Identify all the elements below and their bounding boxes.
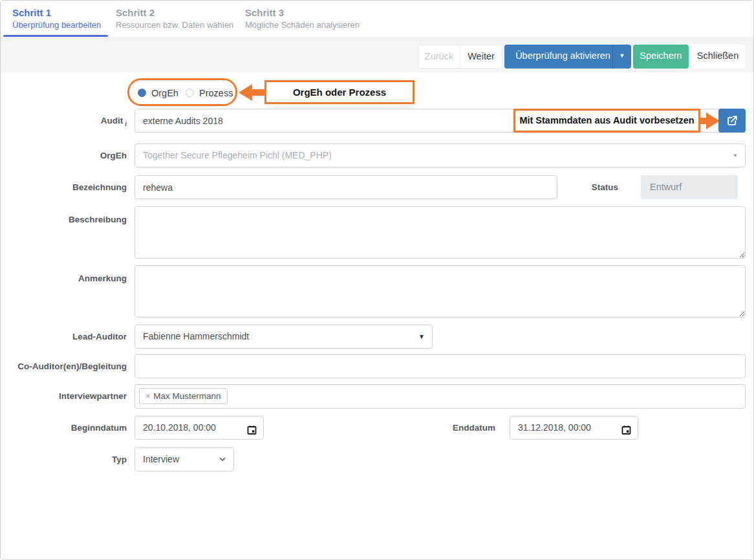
tab-schritt-3[interactable]: Schritt 3 Mögliche Schäden analysieren: [245, 7, 360, 32]
caret-down-icon: ▼: [619, 52, 625, 59]
beginndatum-value: 20.10.2018, 00:00: [143, 422, 216, 433]
step-tabbar: Schritt 1 Überprüfung bearbeiten Schritt…: [1, 1, 753, 38]
tab-step-subtitle: Überprüfung bearbeiten: [12, 19, 101, 32]
interviewpartner-tag-input[interactable]: ×Max Mustermann: [135, 384, 746, 409]
lead-auditor-select-value: Fabienne Hammerschmidt: [143, 331, 249, 341]
tab-step-subtitle: Ressourcen bzw. Daten wählen: [116, 19, 233, 32]
audit-label: Auditi: [7, 109, 127, 136]
tab-step-title: Schritt 2: [116, 7, 233, 19]
tab-schritt-2[interactable]: Schritt 2 Ressourcen bzw. Daten wählen: [116, 7, 233, 32]
audit-callout-box: Mit Stammdaten aus Audit vorbesetzen: [513, 109, 700, 133]
beginndatum-label: Beginndatum: [7, 416, 127, 440]
anmerkung-textarea[interactable]: [135, 265, 746, 318]
orgeh-label: OrgEh: [7, 144, 127, 167]
enddatum-label: Enddatum: [389, 416, 495, 440]
activate-review-dropdown-toggle[interactable]: ▼: [612, 45, 631, 69]
tag-label: Max Mustermann: [153, 391, 221, 401]
co-auditor-label: Co-Auditor(en)/Begleitung: [7, 354, 127, 378]
callout-arrow-right-icon: [706, 113, 720, 129]
external-link-icon: [726, 114, 738, 127]
save-button[interactable]: Speichern: [633, 45, 689, 69]
lead-auditor-select[interactable]: Fabienne Hammerschmidt ▼: [135, 325, 433, 349]
close-button[interactable]: Schließen: [691, 45, 745, 69]
tab-step-title: Schritt 1: [12, 7, 101, 19]
bezeichnung-input[interactable]: [135, 175, 557, 199]
activate-review-label[interactable]: Überprüfung aktivieren: [504, 45, 612, 69]
prefill-from-audit-button[interactable]: [718, 109, 746, 133]
interviewpartner-tag: ×Max Mustermann: [139, 388, 228, 404]
anmerkung-label: Anmerkung: [7, 273, 127, 284]
radio-callout-box: OrgEh oder Prozess überprüfen: [264, 80, 415, 104]
chevron-down-icon: [219, 449, 226, 471]
beginndatum-input[interactable]: 20.10.2018, 00:00: [135, 416, 264, 440]
status-value-field: Entwurf: [641, 175, 738, 199]
caret-down-icon: ▼: [733, 144, 738, 167]
info-icon: i: [125, 120, 127, 127]
orgeh-select-value: Together Secure Pflegeheim Pichl (MED_PH…: [143, 150, 332, 160]
co-auditor-input[interactable]: [135, 354, 746, 378]
lead-auditor-label: Lead-Auditor: [7, 325, 127, 349]
enddatum-input[interactable]: 31.12.2018, 00:00: [510, 416, 638, 440]
status-label: Status: [512, 175, 618, 199]
tab-step-title: Schritt 3: [245, 7, 360, 19]
callout-arrow-shaft: [252, 89, 264, 96]
radio-callout-ring: [127, 78, 237, 106]
interviewpartner-label: Interviewpartner: [7, 384, 127, 408]
caret-down-icon: ▼: [418, 325, 425, 348]
tab-step-subtitle: Mögliche Schäden analysieren: [245, 19, 360, 32]
typ-label: Typ: [7, 447, 127, 471]
beschreibung-label: Beschreibung: [7, 214, 127, 225]
remove-tag-icon[interactable]: ×: [145, 392, 150, 401]
calendar-icon[interactable]: [621, 422, 632, 444]
back-button[interactable]: Zurück: [418, 45, 460, 69]
calendar-icon[interactable]: [246, 422, 257, 444]
next-button[interactable]: Weiter: [460, 45, 502, 69]
activate-review-split-button[interactable]: Überprüfung aktivieren ▼: [504, 45, 631, 69]
review-form: OrgEh Prozess OrgEh oder Prozess überprü…: [1, 72, 753, 560]
bezeichnung-label: Bezeichnung: [7, 175, 127, 199]
typ-select-value: Interview: [143, 454, 179, 464]
orgeh-select[interactable]: Together Secure Pflegeheim Pichl (MED_PH…: [135, 144, 746, 167]
active-tab-underline: [3, 35, 108, 37]
beschreibung-textarea[interactable]: [135, 206, 746, 259]
tab-schritt-1[interactable]: Schritt 1 Überprüfung bearbeiten: [12, 7, 101, 32]
callout-arrow-left-icon: [239, 84, 252, 101]
action-toolbar: Zurück Weiter Überprüfung aktivieren ▼ S…: [1, 38, 753, 72]
audit-edit-window: Schritt 1 Überprüfung bearbeiten Schritt…: [0, 0, 754, 560]
enddatum-value: 31.12.2018, 00:00: [518, 422, 591, 433]
typ-select[interactable]: Interview: [135, 447, 234, 471]
